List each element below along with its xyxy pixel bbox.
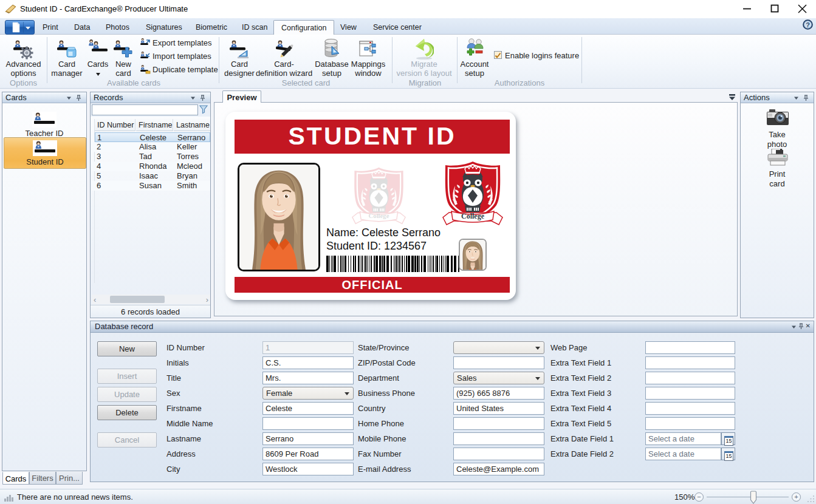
svg-text:?: ? [806, 21, 810, 29]
svg-text:College: College [369, 212, 389, 219]
svg-text:College: College [461, 212, 485, 220]
